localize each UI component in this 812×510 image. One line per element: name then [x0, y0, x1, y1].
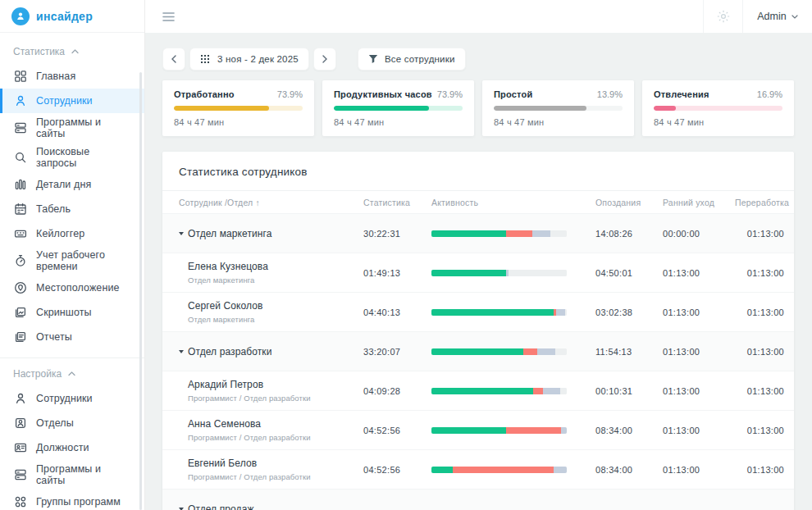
settings-button[interactable]	[703, 0, 742, 33]
department-row[interactable]: Отдел маркетинга30:22:3114:08:2600:00:00…	[162, 213, 794, 253]
overtime-time: 01:13:00	[735, 426, 784, 435]
gear-icon	[716, 9, 731, 24]
main-area: Admin 3 ноя - 2 дек 2	[145, 0, 812, 510]
employee-role: Отдел маркетинга	[188, 275, 363, 285]
late-time: 04:50:01	[595, 268, 663, 278]
user-menu-label: Admin	[757, 11, 786, 22]
stat-cards: Отработанно73.9%84 ч 47 минПродуктивных …	[162, 80, 794, 136]
stat-time: 04:40:13	[363, 307, 431, 317]
user-menu-button[interactable]: Admin	[742, 0, 812, 33]
sidebar-item-skrinshoty[interactable]: Скриншоты	[0, 300, 144, 325]
sidebar-item-poiskovye-zaprosy[interactable]: Поисковые запросы	[0, 143, 144, 172]
activity-bar	[431, 427, 567, 434]
stat-card-0: Отработанно73.9%84 ч 47 мин	[162, 80, 314, 136]
statistics-table-card: Статистика сотрудников Сотрудник /Отдел …	[162, 152, 794, 510]
stat-card-1: Продуктивных часов73.9%84 ч 47 мин	[322, 80, 474, 136]
department-row[interactable]: Отдел разработки33:20:0711:54:1301:13:00…	[162, 331, 794, 371]
collapse-triangle-icon[interactable]	[179, 350, 184, 353]
sidebar-item-label: Местоположение	[36, 282, 133, 294]
column-header-4[interactable]: Ранний уход	[663, 198, 735, 207]
employee-row[interactable]: Елена КузнецоваОтдел маркетинга01:49:130…	[162, 253, 794, 292]
sidebar-item-mestopolozhenie[interactable]: Местоположение	[0, 275, 144, 300]
employee-filter-button[interactable]: Все сотрудники	[358, 48, 466, 71]
sidebar-item-label: Группы программ	[36, 496, 133, 508]
late-time: 03:02:38	[595, 307, 663, 317]
employee-row[interactable]: Сергей СоколовОтдел маркетинга04:40:1303…	[162, 292, 794, 331]
sidebar: инсайдер СтатистикаГлавнаяСотрудникиПрог…	[0, 0, 145, 510]
department-name: Отдел маркетинга	[188, 228, 272, 239]
keyboard-icon	[14, 227, 27, 240]
overtime-time: 01:13:00	[735, 229, 784, 239]
table-title: Статистика сотрудников	[162, 152, 794, 191]
stat-card-value: 84 ч 47 мин	[494, 117, 623, 127]
employee-row[interactable]: Аркадий ПетровПрограммист / Отдел разраб…	[162, 371, 794, 410]
apps-icon	[14, 468, 27, 481]
early-leave-time: 01:13:00	[663, 465, 735, 475]
stat-card-3: Отвлечения16.9%84 ч 47 мин	[642, 80, 794, 136]
employee-row[interactable]: Евгений БеловПрограммист / Отдел разрабо…	[162, 449, 794, 489]
column-header-0[interactable]: Сотрудник /Отдел ↑	[179, 198, 363, 207]
brand-logo[interactable]: инсайдер	[0, 0, 144, 33]
date-prev-button[interactable]	[162, 48, 185, 71]
employee-row[interactable]: Анна СеменоваПрограммист / Отдел разрабо…	[162, 410, 794, 449]
stat-time: 30:22:31	[363, 229, 431, 239]
location-icon	[14, 281, 27, 294]
sidebar-item-tabel[interactable]: Табель	[0, 197, 144, 221]
sidebar-section-settings[interactable]: Настройка	[0, 358, 144, 386]
sidebar-item-label: Кейлоггер	[36, 228, 133, 239]
activity-cell	[431, 270, 595, 276]
employee-filter-label: Все сотрудники	[385, 54, 455, 64]
stat-card-progressbar	[334, 106, 463, 111]
sidebar-item-gruppy-programm[interactable]: Группы программ	[0, 490, 144, 510]
activity-cell	[431, 467, 595, 473]
stat-card-value: 84 ч 47 мин	[174, 117, 303, 127]
date-range-button[interactable]: 3 ноя - 2 дек 2025	[189, 48, 309, 71]
sidebar-item-otdely[interactable]: Отделы	[0, 411, 144, 435]
employee-role: Отдел маркетинга	[188, 315, 363, 324]
sidebar-section-label: Статистика	[13, 46, 65, 57]
overtime-time: 01:13:00	[735, 347, 784, 357]
app-root: инсайдер СтатистикаГлавнаяСотрудникиПрог…	[0, 0, 812, 510]
collapse-triangle-icon[interactable]	[179, 232, 184, 235]
sidebar-item-dolzhnosti[interactable]: Должности	[0, 435, 144, 460]
toolbar: 3 ноя - 2 дек 2025 Все сотрудники	[162, 48, 794, 71]
sidebar-item-programmy-i-sayty-settings[interactable]: Программы и сайты	[0, 460, 144, 490]
late-time: 08:34:00	[595, 465, 663, 475]
activity-cell	[431, 427, 595, 434]
sidebar-item-sotrudniki-settings[interactable]: Сотрудники	[0, 386, 144, 411]
column-header-3[interactable]: Опоздания	[595, 198, 663, 207]
sidebar-item-programmy-i-sayty[interactable]: Программы и сайты	[0, 113, 144, 143]
menu-toggle-button[interactable]	[162, 11, 175, 22]
sidebar-section-statistics[interactable]: Статистика	[0, 36, 144, 64]
date-next-button[interactable]	[313, 48, 336, 71]
topbar-right: Admin	[703, 0, 812, 33]
sidebar-scrollbar[interactable]	[139, 72, 142, 510]
sidebar-item-detali-dnya[interactable]: Детали дня	[0, 172, 144, 197]
chevron-up-icon	[68, 371, 75, 376]
funnel-icon	[368, 54, 378, 64]
sidebar-item-label: Отчеты	[36, 331, 133, 343]
employee-name: Евгений Белов	[188, 458, 257, 469]
user-icon	[14, 94, 27, 107]
sidebar-item-otchety[interactable]: Отчеты	[0, 325, 144, 349]
early-leave-time: 01:13:00	[663, 268, 735, 278]
hamburger-icon	[162, 11, 175, 22]
column-header-1[interactable]: Статистика	[363, 198, 431, 207]
early-leave-time: 00:00:00	[663, 229, 735, 239]
early-leave-time: 01:13:00	[663, 386, 735, 396]
sidebar-item-label: Поисковые запросы	[36, 146, 133, 169]
collapse-triangle-icon[interactable]	[179, 508, 184, 510]
department-row[interactable]: Отдел продаж	[162, 489, 794, 510]
sidebar-item-keylogger[interactable]: Кейлоггер	[0, 221, 144, 246]
column-header-2[interactable]: Активность	[431, 198, 595, 207]
sidebar-item-glavnaya[interactable]: Главная	[0, 64, 144, 89]
sidebar-item-label: Скриншоты	[36, 307, 133, 318]
sidebar-item-uchet-rabochego-vremeni[interactable]: Учет рабочего времени	[0, 246, 144, 275]
early-leave-time: 01:13:00	[663, 307, 735, 317]
column-header-5[interactable]: Переработка	[735, 198, 789, 207]
sidebar-item-sotrudniki[interactable]: Сотрудники	[0, 89, 144, 113]
user-icon	[14, 392, 27, 405]
chart-icon	[14, 178, 27, 191]
stat-card-percent: 16.9%	[757, 89, 782, 99]
chevron-up-icon	[71, 49, 79, 54]
